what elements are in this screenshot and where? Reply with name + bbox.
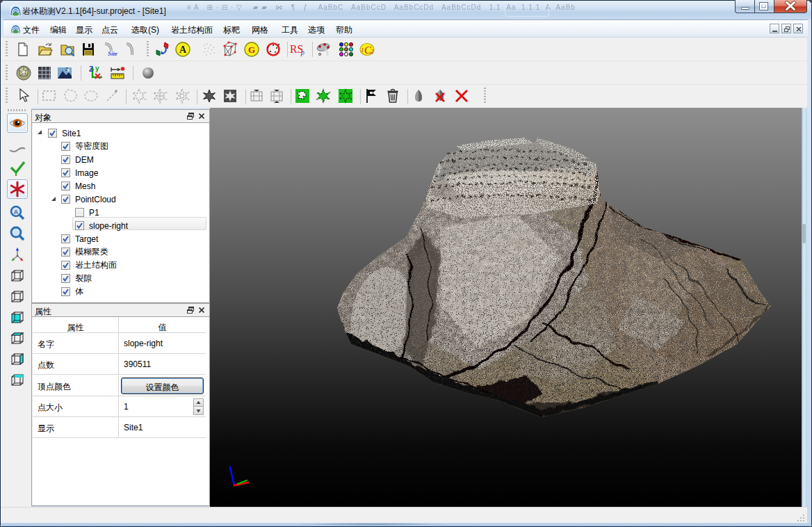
svg-text:p: p bbox=[300, 49, 304, 56]
svg-text:Z: Z bbox=[89, 65, 93, 73]
svg-text:Site: Site bbox=[108, 50, 117, 57]
svg-text:2: 2 bbox=[65, 67, 68, 72]
svg-text:2: 2 bbox=[371, 48, 374, 55]
svg-text:G: G bbox=[248, 44, 255, 55]
svg-text:1: 1 bbox=[361, 47, 364, 54]
svg-text:A: A bbox=[14, 209, 19, 216]
svg-text:y: y bbox=[95, 65, 99, 72]
svg-text:A: A bbox=[179, 44, 187, 55]
